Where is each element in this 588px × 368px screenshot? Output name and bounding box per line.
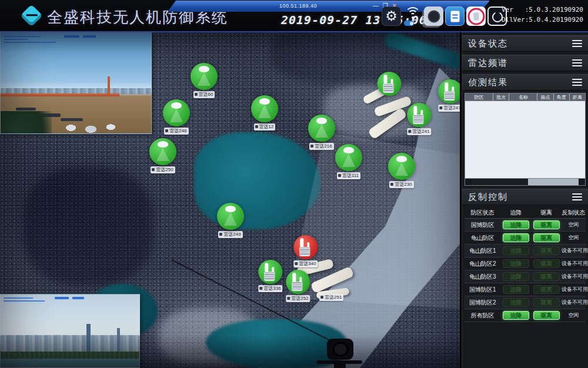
jammer-icon	[377, 72, 402, 96]
radar-marker[interactable]: 雷达250	[149, 138, 176, 173]
record-icon[interactable]	[424, 6, 443, 26]
radar-marker[interactable]: 雷达249	[217, 203, 244, 238]
expel-button[interactable]: 驱离	[533, 311, 560, 320]
jammer-marker[interactable]	[377, 72, 402, 96]
wifi-icon[interactable]	[403, 6, 422, 26]
header-bar: 全盛科技无人机防御系统 100.51.189.40 — ❐ ✕ 2019-09-…	[0, 0, 588, 32]
force-land-button[interactable]: 迫降	[503, 233, 529, 242]
counter-row: 龟山防区2 迫降 驱离 设备不可用	[465, 257, 586, 270]
counter-status: 空闲	[562, 221, 586, 229]
right-sidebar: 设备状态 雷达频谱 侦测结果 防区 批次 名称 频点 角度 距离	[462, 32, 588, 368]
counter-table-header: 防区状态 迫降 驱离 反制状态	[465, 207, 586, 219]
jammer-icon	[438, 79, 460, 103]
satellite-map[interactable]: 雷达60 雷达246 雷达12 雷达250 雷达216 雷达111	[0, 32, 460, 368]
radar-marker[interactable]: 雷达246	[163, 99, 190, 135]
ptz-camera-silhouette	[327, 339, 353, 360]
counter-status: 空闲	[562, 312, 586, 319]
radar-icon	[191, 63, 218, 90]
counter-table: 国博防区 迫降 驱离 空闲 龟山防区 迫降 驱离 空闲 龟山防区1 迫降 驱离 …	[462, 219, 588, 322]
counter-row: 龟山防区1 迫降 驱离 设备不可用	[465, 245, 586, 257]
jammer-device-icon[interactable]	[466, 6, 486, 26]
server-ip: 100.51.189.40	[279, 3, 317, 9]
menu-icon[interactable]	[572, 193, 582, 201]
force-land-button: 迫降	[503, 272, 529, 281]
force-land-button: 迫降	[503, 259, 529, 268]
force-land-button[interactable]: 迫降	[503, 220, 529, 229]
expel-button[interactable]: 驱离	[533, 233, 560, 242]
camera-feed-skyline[interactable]	[0, 294, 140, 368]
radar-icon	[217, 203, 244, 230]
jammer-icon	[286, 270, 310, 294]
jammer-icon	[407, 103, 431, 127]
counter-row: 龟山防区3 迫降 驱离 设备不可用	[465, 270, 586, 283]
radar-marker[interactable]: 雷达111	[335, 144, 362, 179]
panel-device-status[interactable]: 设备状态	[462, 35, 588, 52]
detection-table-body[interactable]	[465, 101, 586, 179]
expel-button: 驱离	[533, 272, 560, 281]
radar-marker[interactable]: 雷达60	[191, 63, 218, 98]
force-land-button[interactable]: 迫降	[503, 311, 529, 320]
toolbar: ⚙	[382, 6, 507, 26]
window-minimize-button[interactable]: —	[373, 2, 379, 10]
radar-icon	[149, 138, 176, 165]
jammer-alert-marker[interactable]: 雷达340	[293, 235, 318, 267]
menu-icon[interactable]	[572, 59, 582, 67]
jammer-marker[interactable]: 雷达336	[258, 260, 282, 292]
jammer-marker[interactable]: 雷达247	[438, 79, 460, 112]
panel-counter-control[interactable]: 反制控制	[462, 189, 588, 205]
expel-button: 驱离	[533, 259, 560, 268]
panel-radar-spectrum[interactable]: 雷达频谱	[462, 55, 588, 71]
jammer-alert-icon	[293, 235, 318, 259]
scrollbar-thumb[interactable]	[472, 179, 528, 185]
marker-label: 雷达251	[319, 294, 343, 301]
expel-button: 驱离	[533, 285, 560, 294]
camera-feed-bridge[interactable]	[0, 32, 152, 134]
radar-icon	[335, 144, 362, 171]
jammer-marker[interactable]: 雷达241	[407, 103, 431, 135]
counter-status: 设备不可用	[562, 273, 586, 280]
radar-icon	[251, 95, 278, 122]
bridge	[1, 93, 119, 97]
lake	[194, 132, 320, 229]
radar-marker[interactable]: 雷达216	[308, 115, 335, 150]
force-land-button: 迫降	[503, 285, 529, 294]
jammer-marker[interactable]: 雷达252	[286, 270, 310, 302]
datetime-display: 2019-09-27 13:25:06	[281, 13, 387, 27]
helm-settings-icon[interactable]: ⚙	[382, 6, 401, 26]
counter-row: 国博防区 迫降 驱离 空闲	[465, 219, 586, 232]
radar-icon	[308, 115, 335, 142]
version-info: Ver :5.0.3.20190920 DllVer:5.0.4.2019092…	[502, 5, 583, 25]
jammer-icon	[258, 260, 282, 284]
document-log-icon[interactable]	[445, 6, 465, 26]
counter-row: 龟山防区 迫降 驱离 空闲	[465, 232, 586, 245]
force-land-button: 迫降	[503, 298, 529, 307]
counter-row: 国博防区1 迫降 驱离 设备不可用	[465, 283, 586, 296]
counter-status: 设备不可用	[562, 299, 586, 306]
counter-row: 国博防区2 迫降 驱离 设备不可用	[465, 296, 586, 309]
radar-icon	[163, 99, 190, 126]
menu-icon[interactable]	[572, 79, 582, 86]
counter-row: 所有防区 迫降 驱离 空闲	[465, 309, 586, 322]
expel-button[interactable]: 驱离	[533, 220, 560, 229]
menu-icon[interactable]	[572, 40, 582, 48]
detection-table-header: 防区 批次 名称 频点 角度 距离	[465, 93, 586, 101]
counter-status: 设备不可用	[562, 247, 586, 255]
force-land-button: 迫降	[503, 246, 529, 255]
radar-marker[interactable]: 雷达12	[251, 95, 278, 131]
drone-defense-app: 全盛科技无人机防御系统 100.51.189.40 — ❐ ✕ 2019-09-…	[0, 0, 588, 368]
counter-status: 设备不可用	[562, 286, 586, 293]
counter-status: 设备不可用	[562, 260, 586, 267]
panel-detection-results[interactable]: 侦测结果	[462, 74, 588, 91]
counter-status: 空闲	[562, 234, 586, 242]
detection-table-scrollbar[interactable]	[465, 179, 586, 186]
expel-button: 驱离	[533, 298, 560, 307]
company-logo-icon	[20, 4, 42, 26]
radar-marker[interactable]: 雷达230	[388, 153, 415, 188]
radar-icon	[388, 153, 415, 180]
wifi-toggle[interactable]	[404, 21, 414, 26]
expel-button: 驱离	[533, 246, 560, 255]
